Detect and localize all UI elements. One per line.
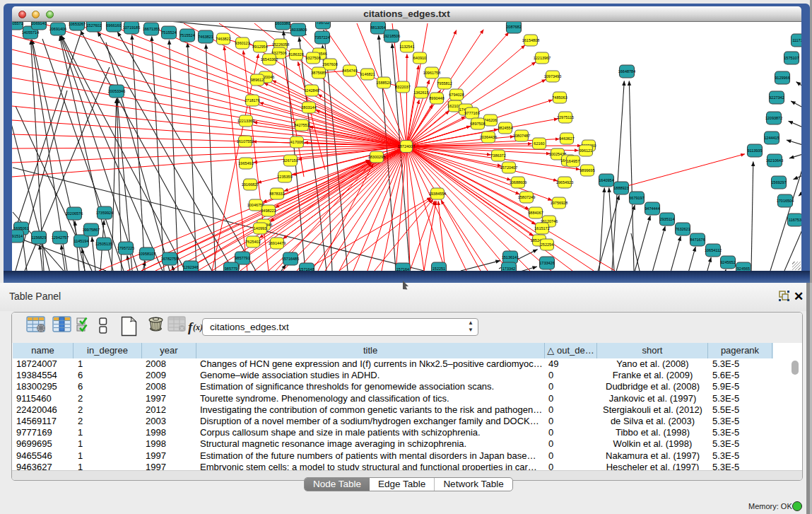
svg-text:19166827: 19166827 xyxy=(242,182,259,187)
svg-text:8471676: 8471676 xyxy=(690,238,705,242)
svg-text:157164: 157164 xyxy=(396,267,409,271)
svg-text:8454749: 8454749 xyxy=(342,69,357,73)
svg-text:1965493: 1965493 xyxy=(238,161,253,165)
svg-text:7463822: 7463822 xyxy=(216,37,230,41)
svg-text:3824554: 3824554 xyxy=(498,126,512,130)
svg-text:9245652: 9245652 xyxy=(720,260,735,264)
svg-text:(x): (x) xyxy=(193,322,203,332)
svg-text:19384554: 19384554 xyxy=(429,192,446,196)
svg-text:391514: 391514 xyxy=(12,234,23,238)
svg-text:746206: 746206 xyxy=(484,118,497,122)
svg-text:989612: 989612 xyxy=(251,78,264,82)
svg-text:12975115: 12975115 xyxy=(557,115,574,119)
svg-text:6679197: 6679197 xyxy=(629,196,644,200)
svg-text:9463627: 9463627 xyxy=(559,136,574,141)
svg-text:2718176: 2718176 xyxy=(245,98,259,103)
svg-text:16543362: 16543362 xyxy=(261,57,278,62)
svg-text:2069140: 2069140 xyxy=(31,22,46,25)
svg-text:8878332: 8878332 xyxy=(269,192,284,196)
svg-text:10719185: 10719185 xyxy=(123,25,140,30)
svg-text:15720407: 15720407 xyxy=(500,165,517,170)
svg-text:417006: 417006 xyxy=(290,140,303,144)
svg-text:15226058: 15226058 xyxy=(272,42,289,47)
svg-text:1603380: 1603380 xyxy=(275,22,290,25)
svg-text:9227342: 9227342 xyxy=(769,95,784,100)
svg-text:116753: 116753 xyxy=(789,218,801,222)
svg-text:12093872: 12093872 xyxy=(765,116,782,120)
svg-text:9129966: 9129966 xyxy=(775,76,789,80)
svg-text:3267150: 3267150 xyxy=(283,158,298,163)
svg-text:1571648: 1571648 xyxy=(299,267,314,271)
svg-text:7386372: 7386372 xyxy=(490,153,505,158)
svg-text:17957225: 17957225 xyxy=(117,246,134,250)
svg-text:9857791: 9857791 xyxy=(235,256,249,260)
svg-text:15716485: 15716485 xyxy=(282,257,299,261)
svg-text:7485063: 7485063 xyxy=(552,95,567,100)
svg-text:39975867: 39975867 xyxy=(83,228,100,232)
svg-text:3875685: 3875685 xyxy=(311,71,326,75)
svg-text:1640954: 1640954 xyxy=(599,178,613,182)
svg-text:6966160: 6966160 xyxy=(106,23,121,28)
svg-text:996121: 996121 xyxy=(579,148,592,153)
svg-text:16154808: 16154808 xyxy=(522,38,539,42)
svg-text:9899695: 9899695 xyxy=(579,168,594,173)
svg-text:9360123: 9360123 xyxy=(235,41,249,45)
svg-text:1362615: 1362615 xyxy=(413,90,428,95)
svg-text:1733426: 1733426 xyxy=(539,261,554,265)
svg-text:164957: 164957 xyxy=(567,159,579,163)
svg-text:19654923: 19654923 xyxy=(556,180,573,185)
svg-text:7515524: 7515524 xyxy=(161,30,176,35)
svg-text:9146821: 9146821 xyxy=(360,72,375,76)
svg-text:12213967: 12213967 xyxy=(534,56,551,60)
svg-text:1156829: 1156829 xyxy=(31,235,46,240)
svg-text:8322037: 8322037 xyxy=(395,85,410,89)
svg-text:3498222: 3498222 xyxy=(261,209,276,213)
svg-text:17359924: 17359924 xyxy=(96,211,113,215)
svg-text:6794028: 6794028 xyxy=(449,93,464,97)
svg-text:1235359: 1235359 xyxy=(277,175,292,179)
svg-text:1888923: 1888923 xyxy=(613,186,628,190)
svg-text:9242848: 9242848 xyxy=(304,88,319,93)
svg-text:18300295: 18300295 xyxy=(368,155,385,159)
svg-text:1588520: 1588520 xyxy=(376,81,391,85)
svg-text:16648784: 16648784 xyxy=(618,69,635,74)
svg-text:1145194: 1145194 xyxy=(73,239,88,243)
svg-text:1575107: 1575107 xyxy=(784,56,799,60)
svg-text:20691406: 20691406 xyxy=(49,27,66,31)
svg-text:9474444: 9474444 xyxy=(645,206,659,211)
svg-text:985779: 985779 xyxy=(225,267,237,271)
svg-text:20053346: 20053346 xyxy=(108,89,125,93)
svg-text:1405571: 1405571 xyxy=(12,22,23,25)
svg-text:7463821: 7463821 xyxy=(198,35,213,39)
svg-text:10961758: 10961758 xyxy=(423,71,440,75)
svg-text:140993: 140993 xyxy=(254,226,266,230)
svg-text:16914479: 16914479 xyxy=(269,241,286,245)
svg-text:16033809: 16033809 xyxy=(290,28,307,32)
svg-text:9327508: 9327508 xyxy=(305,56,320,60)
svg-text:2087682: 2087682 xyxy=(506,25,521,29)
svg-text:2935114: 2935114 xyxy=(659,217,674,221)
svg-text:7632621: 7632621 xyxy=(675,227,690,231)
svg-text:20364436: 20364436 xyxy=(480,135,497,139)
svg-text:2803144: 2803144 xyxy=(301,105,316,110)
svg-text:19218506: 19218506 xyxy=(383,34,400,38)
svg-text:2967608: 2967608 xyxy=(322,62,337,66)
svg-text:10958107: 10958107 xyxy=(139,252,155,256)
svg-text:14055714: 14055714 xyxy=(22,30,39,35)
svg-text:8990448: 8990448 xyxy=(429,96,444,100)
svg-text:16782759: 16782759 xyxy=(161,257,178,261)
svg-text:15807249: 15807249 xyxy=(518,195,535,199)
svg-text:12505135: 12505135 xyxy=(95,242,112,246)
svg-text:7357224: 7357224 xyxy=(314,35,329,40)
svg-text:924565: 924565 xyxy=(737,267,750,271)
svg-text:640910: 640910 xyxy=(413,56,426,60)
svg-text:1292346: 1292346 xyxy=(183,265,198,269)
svg-text:12942757: 12942757 xyxy=(52,235,69,240)
svg-text:1527602: 1527602 xyxy=(86,23,101,28)
svg-text:152251: 152251 xyxy=(433,267,445,271)
svg-text:1244415: 1244415 xyxy=(764,136,779,140)
svg-text:8813054: 8813054 xyxy=(370,25,385,30)
svg-text:6897508: 6897508 xyxy=(470,122,485,126)
svg-text:10654112: 10654112 xyxy=(705,248,722,252)
svg-text:16671355: 16671355 xyxy=(143,27,160,31)
